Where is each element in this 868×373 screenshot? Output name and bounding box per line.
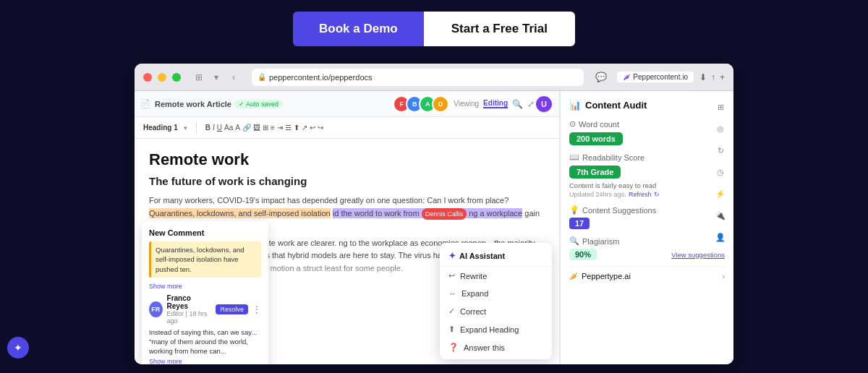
comment-user-role: Editor | 18 hrs ago bbox=[167, 310, 212, 325]
corner-icon-symbol: ✦ bbox=[14, 342, 22, 353]
ai-answer-item[interactable]: ❓ Answer this bbox=[440, 338, 552, 356]
browser-nav: ⊞ ▾ ‹ bbox=[192, 71, 240, 84]
rp-settings-icon[interactable]: ◎ bbox=[713, 121, 728, 136]
audit-title-text: Content Audit bbox=[585, 100, 647, 111]
word-count-badge: 200 words bbox=[569, 132, 623, 145]
suggestions-icon: 💡 bbox=[569, 205, 579, 215]
highlighted-text-orange: Quarantines, lockdowns, and self-imposed… bbox=[149, 208, 331, 218]
correct-icon: ✓ bbox=[448, 306, 455, 316]
refresh-arrow-icon[interactable]: ↻ bbox=[654, 191, 660, 198]
comment-text: Instead of saying this, can we say... "m… bbox=[149, 327, 261, 356]
link-icon[interactable]: 🔗 bbox=[242, 124, 251, 132]
browser-tab[interactable]: 🌶 Peppercontent.io bbox=[617, 72, 694, 82]
address-bar[interactable]: 🔒 peppercontent.io/pepperdocs bbox=[252, 69, 584, 86]
view-suggestions-link[interactable]: View suggestions bbox=[671, 251, 725, 259]
plagiarism-label: 🔍 Plagiarism bbox=[569, 236, 725, 246]
italic-icon[interactable]: I bbox=[213, 124, 215, 132]
browser-chrome: ⊞ ▾ ‹ 🔒 peppercontent.io/pepperdocs 💬 🌶 … bbox=[135, 64, 733, 91]
traffic-light-yellow[interactable] bbox=[158, 73, 166, 82]
peppertype-label: 🌶 Peppertype.ai bbox=[569, 271, 631, 281]
upload-icon[interactable]: ⬆ bbox=[294, 124, 299, 132]
avatars-bar: F B A D Viewing Editing 🔍 ⤢ U bbox=[393, 95, 553, 113]
nav-back-icon[interactable]: ‹ bbox=[227, 71, 240, 84]
comment-user-info: Franco Reyes Editor | 18 hrs ago bbox=[167, 294, 212, 325]
book-demo-button[interactable]: Book a Demo bbox=[293, 12, 424, 46]
update-text: Updated 24hrs ago. bbox=[569, 191, 626, 198]
suggestions-label: 💡 Content Suggestions bbox=[569, 205, 725, 215]
highlight-icon[interactable]: A bbox=[235, 124, 240, 132]
plagiarism-row: 90% View suggestions bbox=[569, 249, 725, 260]
audit-title: 📊 Content Audit bbox=[569, 100, 725, 111]
expand-heading-icon: ⬆ bbox=[448, 325, 455, 334]
document-subtitle: The future of work is changing bbox=[149, 175, 545, 187]
right-panel-icons: ⊞ ◎ ↻ ◷ ⚡ 🔌 👤 bbox=[713, 100, 728, 244]
refresh-icon[interactable]: Refresh bbox=[629, 191, 652, 198]
fullscreen-icon[interactable]: ⤢ bbox=[527, 99, 535, 109]
ai-correct-item[interactable]: ✓ Correct bbox=[440, 302, 552, 320]
url-text: peppercontent.io/pepperdocs bbox=[269, 73, 373, 82]
doc-title-text: Remote work Article bbox=[155, 100, 231, 108]
readability-badge: 7th Grade bbox=[569, 166, 621, 179]
search-icon[interactable]: 🔍 bbox=[512, 99, 523, 109]
peppertype-row[interactable]: 🌶 Peppertype.ai › bbox=[569, 266, 725, 286]
auto-saved-badge: ✓ Auto saved bbox=[234, 100, 283, 108]
ai-rewrite-item[interactable]: ↩ Rewrite bbox=[440, 267, 552, 285]
comment-panel: New Comment Quarantines, lockdowns, and … bbox=[142, 221, 268, 364]
rewrite-label: Rewrite bbox=[460, 272, 487, 280]
share-icon[interactable]: ↑ bbox=[711, 72, 715, 82]
left-corner-icon: ✦ bbox=[7, 337, 29, 359]
format-icons: B I U Aa A 🔗 🖼 ⊞ ≡ ⇥ ☰ ⬆ ↗ ↩ ↪ bbox=[205, 124, 323, 132]
traffic-light-red[interactable] bbox=[143, 73, 152, 82]
viewing-tab[interactable]: Viewing bbox=[454, 100, 479, 108]
formatting-bar: Heading 1 ▾ B I U Aa A 🔗 🖼 ⊞ ≡ ⇥ ☰ ⬆ ↗ bbox=[135, 117, 559, 139]
new-tab-icon[interactable]: + bbox=[720, 72, 725, 82]
body-text-1: For many workers, COVID-19's impact has … bbox=[149, 196, 509, 205]
rp-user-icon[interactable]: 👤 bbox=[713, 230, 728, 244]
align-icon[interactable]: ≡ bbox=[271, 124, 275, 132]
heading-select[interactable]: Heading 1 bbox=[143, 124, 178, 132]
browser-action-icons: ⬇ ↑ + bbox=[699, 72, 725, 82]
ai-expand-item[interactable]: ↔ Expand bbox=[440, 285, 552, 302]
resolve-button[interactable]: Resolve bbox=[216, 304, 248, 314]
correct-label: Correct bbox=[460, 307, 486, 316]
rp-history-icon[interactable]: ◷ bbox=[713, 165, 728, 179]
indent-icon[interactable]: ⇥ bbox=[277, 124, 283, 132]
speech-bubble-icon: 💬 bbox=[595, 72, 607, 82]
underline-icon[interactable]: U bbox=[217, 124, 222, 132]
bold-icon[interactable]: B bbox=[205, 124, 210, 132]
editing-tab[interactable]: Editing bbox=[483, 99, 508, 108]
rp-active-icon[interactable]: ⚡ bbox=[713, 186, 728, 201]
rp-plugin-icon[interactable]: 🔌 bbox=[713, 208, 728, 223]
ai-expand-heading-item[interactable]: ⬆ Expand Heading bbox=[440, 320, 552, 338]
comment-user-row: FR Franco Reyes Editor | 18 hrs ago Reso… bbox=[149, 294, 261, 325]
mention-badge: Dennis Callis bbox=[422, 208, 467, 220]
peppertype-text: Peppertype.ai bbox=[582, 272, 631, 280]
doc-icon: 📄 bbox=[140, 99, 150, 108]
nav-chevron-down-icon: ▾ bbox=[210, 71, 223, 84]
rp-home-icon[interactable]: ⊞ bbox=[713, 100, 728, 114]
nav-layout-icon: ⊞ bbox=[192, 71, 205, 84]
image-icon[interactable]: 🖼 bbox=[253, 124, 260, 132]
show-more-2[interactable]: Show more bbox=[149, 358, 261, 364]
suggestions-row: 17 bbox=[569, 218, 725, 229]
show-more-1[interactable]: Show more bbox=[149, 283, 182, 290]
document-title: Remote work bbox=[149, 150, 545, 169]
list-icon[interactable]: ☰ bbox=[285, 124, 292, 132]
undo-icon[interactable]: ↩ bbox=[310, 124, 315, 132]
rewrite-icon: ↩ bbox=[448, 271, 455, 280]
rp-refresh-icon[interactable]: ↻ bbox=[713, 143, 728, 158]
readability-update: Updated 24hrs ago. Refresh ↻ bbox=[569, 191, 725, 198]
table-icon[interactable]: ⊞ bbox=[263, 124, 268, 132]
comment-user-name: Franco Reyes bbox=[167, 294, 212, 310]
left-panel: 📄 Remote work Article ✓ Auto saved F B A… bbox=[135, 91, 560, 364]
expand-label: Expand bbox=[461, 289, 488, 298]
traffic-light-green[interactable] bbox=[172, 73, 181, 82]
font-size-icon[interactable]: Aa bbox=[224, 124, 233, 132]
comment-menu-icon[interactable]: ⋮ bbox=[252, 304, 261, 314]
download-icon[interactable]: ⬇ bbox=[699, 72, 707, 82]
start-trial-button[interactable]: Start a Free Trial bbox=[424, 12, 575, 46]
lock-icon: 🔒 bbox=[258, 73, 266, 81]
redo-icon[interactable]: ↪ bbox=[318, 124, 323, 132]
avatar-group: F B A D bbox=[393, 95, 449, 113]
share-icon2[interactable]: ↗ bbox=[302, 124, 307, 132]
